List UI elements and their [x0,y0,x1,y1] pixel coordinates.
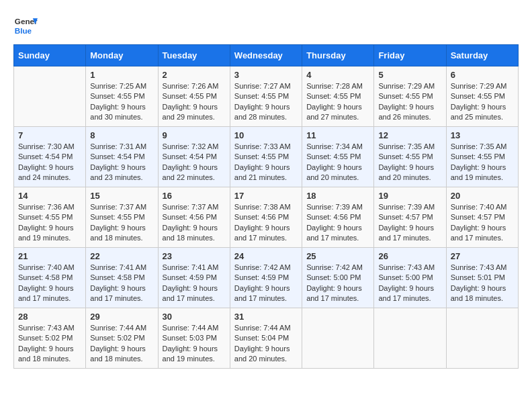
day-number: 4 [306,70,369,80]
calendar-day-cell: 19Sunrise: 7:39 AM Sunset: 4:57 PM Dayli… [374,187,446,248]
day-number: 30 [163,312,226,322]
calendar-day-header: Saturday [446,45,518,66]
calendar-day-cell: 23Sunrise: 7:41 AM Sunset: 4:59 PM Dayli… [158,248,230,308]
calendar-day-cell: 31Sunrise: 7:44 AM Sunset: 5:04 PM Dayli… [230,308,302,369]
day-number: 3 [234,70,298,80]
day-number: 26 [378,251,441,261]
day-info: Sunrise: 7:29 AM Sunset: 4:55 PM Dayligh… [378,81,441,123]
calendar-header-row: SundayMondayTuesdayWednesdayThursdayFrid… [14,45,519,66]
day-number: 16 [163,191,226,201]
day-number: 19 [378,191,441,201]
day-number: 5 [378,70,441,80]
calendar-day-header: Thursday [302,45,374,66]
day-info: Sunrise: 7:40 AM Sunset: 4:57 PM Dayligh… [451,202,514,244]
day-number: 17 [234,191,298,201]
day-number: 13 [451,130,514,140]
day-number: 2 [163,70,226,80]
calendar-day-cell: 22Sunrise: 7:41 AM Sunset: 4:58 PM Dayli… [86,248,158,308]
day-info: Sunrise: 7:26 AM Sunset: 4:55 PM Dayligh… [163,81,226,123]
day-number: 7 [18,130,81,140]
day-info: Sunrise: 7:43 AM Sunset: 5:00 PM Dayligh… [378,263,441,304]
calendar-day-cell [374,308,446,369]
calendar-day-cell: 12Sunrise: 7:35 AM Sunset: 4:55 PM Dayli… [374,127,446,187]
header: General Blue [13,13,519,38]
day-info: Sunrise: 7:44 AM Sunset: 5:03 PM Dayligh… [163,323,226,365]
day-number: 1 [90,70,153,80]
day-info: Sunrise: 7:28 AM Sunset: 4:55 PM Dayligh… [306,81,369,123]
day-info: Sunrise: 7:44 AM Sunset: 5:02 PM Dayligh… [90,323,153,365]
calendar-day-cell [302,308,374,369]
day-info: Sunrise: 7:36 AM Sunset: 4:55 PM Dayligh… [18,202,81,244]
calendar-day-cell: 28Sunrise: 7:43 AM Sunset: 5:02 PM Dayli… [14,308,86,369]
day-info: Sunrise: 7:27 AM Sunset: 4:55 PM Dayligh… [234,81,298,123]
day-number: 9 [163,130,226,140]
calendar-day-cell: 24Sunrise: 7:42 AM Sunset: 4:59 PM Dayli… [230,248,302,308]
calendar-week-row: 14Sunrise: 7:36 AM Sunset: 4:55 PM Dayli… [14,187,519,248]
day-info: Sunrise: 7:41 AM Sunset: 4:59 PM Dayligh… [163,263,226,304]
calendar-week-row: 7Sunrise: 7:30 AM Sunset: 4:54 PM Daylig… [14,127,519,187]
day-info: Sunrise: 7:39 AM Sunset: 4:56 PM Dayligh… [306,202,369,244]
calendar-day-cell: 6Sunrise: 7:29 AM Sunset: 4:55 PM Daylig… [446,66,518,127]
day-number: 28 [18,312,81,322]
calendar-day-header: Sunday [14,45,86,66]
day-number: 12 [378,130,441,140]
calendar-day-cell: 25Sunrise: 7:42 AM Sunset: 5:00 PM Dayli… [302,248,374,308]
day-number: 14 [18,191,81,201]
calendar-table: SundayMondayTuesdayWednesdayThursdayFrid… [13,44,519,369]
calendar-day-cell: 4Sunrise: 7:28 AM Sunset: 4:55 PM Daylig… [302,66,374,127]
calendar-day-cell: 16Sunrise: 7:37 AM Sunset: 4:56 PM Dayli… [158,187,230,248]
calendar-body: 1Sunrise: 7:25 AM Sunset: 4:55 PM Daylig… [14,66,519,369]
day-number: 15 [90,191,153,201]
calendar-day-cell: 11Sunrise: 7:34 AM Sunset: 4:55 PM Dayli… [302,127,374,187]
calendar-day-cell: 7Sunrise: 7:30 AM Sunset: 4:54 PM Daylig… [14,127,86,187]
calendar-day-cell: 18Sunrise: 7:39 AM Sunset: 4:56 PM Dayli… [302,187,374,248]
day-info: Sunrise: 7:39 AM Sunset: 4:57 PM Dayligh… [378,202,441,244]
day-info: Sunrise: 7:33 AM Sunset: 4:55 PM Dayligh… [234,142,298,183]
day-info: Sunrise: 7:35 AM Sunset: 4:55 PM Dayligh… [451,142,514,183]
day-info: Sunrise: 7:31 AM Sunset: 4:54 PM Dayligh… [90,142,153,183]
day-info: Sunrise: 7:43 AM Sunset: 5:01 PM Dayligh… [451,263,514,304]
day-number: 25 [306,251,369,261]
calendar-day-cell: 1Sunrise: 7:25 AM Sunset: 4:55 PM Daylig… [86,66,158,127]
calendar-week-row: 1Sunrise: 7:25 AM Sunset: 4:55 PM Daylig… [14,66,519,127]
calendar-day-cell: 3Sunrise: 7:27 AM Sunset: 4:55 PM Daylig… [230,66,302,127]
day-info: Sunrise: 7:37 AM Sunset: 4:56 PM Dayligh… [163,202,226,244]
calendar-day-cell: 10Sunrise: 7:33 AM Sunset: 4:55 PM Dayli… [230,127,302,187]
calendar-week-row: 28Sunrise: 7:43 AM Sunset: 5:02 PM Dayli… [14,308,519,369]
day-info: Sunrise: 7:37 AM Sunset: 4:55 PM Dayligh… [90,202,153,244]
day-info: Sunrise: 7:40 AM Sunset: 4:58 PM Dayligh… [18,263,81,304]
svg-text:Blue: Blue [15,26,32,35]
day-info: Sunrise: 7:32 AM Sunset: 4:54 PM Dayligh… [163,142,226,183]
calendar-day-cell: 29Sunrise: 7:44 AM Sunset: 5:02 PM Dayli… [86,308,158,369]
day-number: 21 [18,251,81,261]
calendar-day-cell: 14Sunrise: 7:36 AM Sunset: 4:55 PM Dayli… [14,187,86,248]
day-info: Sunrise: 7:42 AM Sunset: 5:00 PM Dayligh… [306,263,369,304]
calendar-day-cell: 5Sunrise: 7:29 AM Sunset: 4:55 PM Daylig… [374,66,446,127]
day-info: Sunrise: 7:38 AM Sunset: 4:56 PM Dayligh… [234,202,298,244]
day-number: 31 [234,312,298,322]
calendar-day-cell: 27Sunrise: 7:43 AM Sunset: 5:01 PM Dayli… [446,248,518,308]
calendar-day-cell: 21Sunrise: 7:40 AM Sunset: 4:58 PM Dayli… [14,248,86,308]
day-number: 11 [306,130,369,140]
day-info: Sunrise: 7:25 AM Sunset: 4:55 PM Dayligh… [90,81,153,123]
day-number: 22 [90,251,153,261]
calendar-day-cell: 26Sunrise: 7:43 AM Sunset: 5:00 PM Dayli… [374,248,446,308]
calendar-day-header: Monday [86,45,158,66]
day-info: Sunrise: 7:44 AM Sunset: 5:04 PM Dayligh… [234,323,298,365]
day-number: 20 [451,191,514,201]
day-number: 24 [234,251,298,261]
calendar-day-cell: 15Sunrise: 7:37 AM Sunset: 4:55 PM Dayli… [86,187,158,248]
calendar-day-cell: 9Sunrise: 7:32 AM Sunset: 4:54 PM Daylig… [158,127,230,187]
calendar-day-cell: 20Sunrise: 7:40 AM Sunset: 4:57 PM Dayli… [446,187,518,248]
day-info: Sunrise: 7:30 AM Sunset: 4:54 PM Dayligh… [18,142,81,183]
day-info: Sunrise: 7:43 AM Sunset: 5:02 PM Dayligh… [18,323,81,365]
day-number: 23 [163,251,226,261]
day-info: Sunrise: 7:41 AM Sunset: 4:58 PM Dayligh… [90,263,153,304]
calendar-day-header: Friday [374,45,446,66]
calendar-day-header: Wednesday [230,45,302,66]
day-number: 6 [451,70,514,80]
calendar-week-row: 21Sunrise: 7:40 AM Sunset: 4:58 PM Dayli… [14,248,519,308]
day-number: 8 [90,130,153,140]
calendar-day-header: Tuesday [158,45,230,66]
day-info: Sunrise: 7:29 AM Sunset: 4:55 PM Dayligh… [451,81,514,123]
